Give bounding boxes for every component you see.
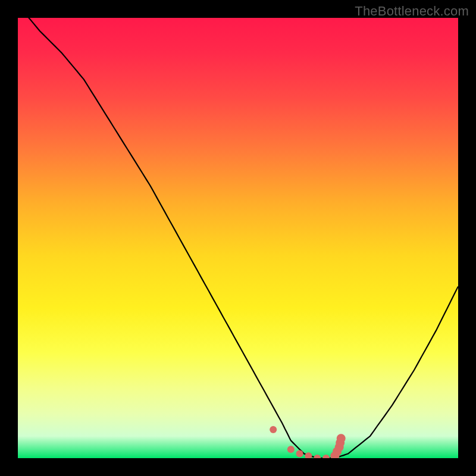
highlight-dot <box>314 455 321 458</box>
highlight-dot <box>296 450 303 458</box>
highlight-dot <box>337 434 346 443</box>
bottleneck-chart <box>18 18 458 458</box>
plot-area <box>18 18 458 458</box>
highlight-dot <box>270 426 277 433</box>
highlight-dot <box>287 446 295 453</box>
highlight-dot <box>305 452 312 458</box>
bottleneck-curve-line <box>18 18 458 458</box>
attribution-text: TheBottleneck.com <box>355 4 469 19</box>
highlight-dot <box>322 455 330 458</box>
highlight-points <box>270 426 346 458</box>
